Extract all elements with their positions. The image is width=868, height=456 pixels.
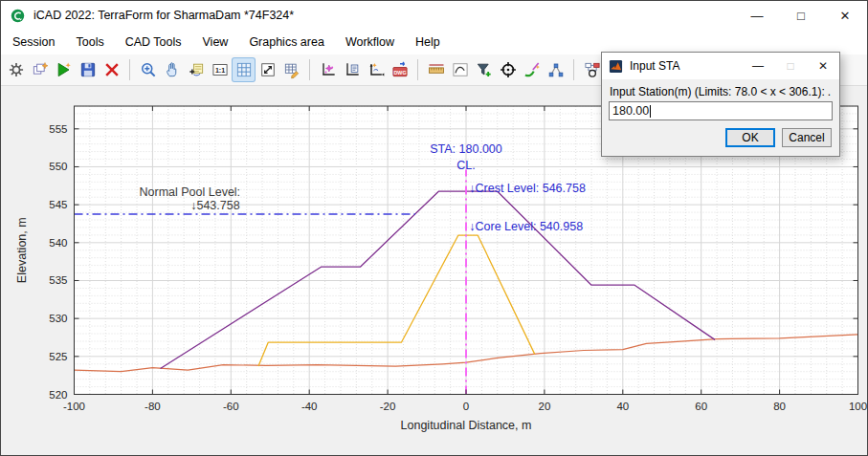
add-annotation-icon [187,60,206,79]
x-tick-label: -80 [145,401,161,412]
toolbar-separator [129,59,130,80]
menu-item-help[interactable]: Help [405,32,451,53]
y-tick-label: 520 [49,389,67,401]
zoom-in-icon [139,60,158,79]
window-title: iCAD 2022: TerraForm for SharmaDam *74F3… [33,9,294,22]
target-point-icon [499,60,518,79]
station-input-label-suffix: . [828,85,831,98]
toolbar-zoom-in-button[interactable] [137,58,159,81]
y-tick-label: 550 [49,161,67,172]
toolbar-pan-hand-button[interactable] [161,58,183,81]
toolbar-run-session-button[interactable] [53,58,75,81]
dialog-title: Input STA [630,59,679,73]
toolbar-actual-size-button[interactable]: 1:1 [209,58,231,81]
chart-annotation: Normal Pool Level: [139,185,240,199]
toolbar-copy-objects-button[interactable] [29,58,51,81]
x-tick-label: 20 [539,401,551,412]
grid-toggle-icon [234,60,254,79]
y-tick-label: 525 [49,351,67,362]
chart-annotation: ↓Crest Level: 546.758 [469,182,586,195]
menu-item-workflow[interactable]: Workflow [335,32,405,53]
toolbar-axes-settings-button[interactable] [365,58,387,81]
svg-text:1:1: 1:1 [214,67,224,75]
toolbar-plot-wizard-button[interactable] [317,58,339,81]
toolbar-grid-toggle-button[interactable] [233,58,255,81]
polyline-nodes-icon [546,60,566,79]
station-input[interactable]: 180.00 [609,101,833,120]
y-tick-label: 535 [49,274,67,286]
toolbar-plot-document-button[interactable] [341,58,363,81]
toolbar-workflow-diagram-button[interactable] [581,58,603,81]
x-tick-label: 100 [849,401,867,412]
y-tick-label: 540 [49,237,67,249]
menu-item-tools[interactable]: Tools [65,32,114,53]
plot-wizard-icon [319,60,338,79]
fit-to-window-icon [258,60,278,79]
text-caret [650,105,651,118]
menu-item-session[interactable]: Session [2,32,65,53]
close-button[interactable]: ✕ [823,1,867,30]
dialog-minimize-button[interactable]: — [742,53,774,79]
add-filter-icon [475,60,494,79]
minimize-button[interactable]: — [735,1,779,30]
run-session-icon [55,60,74,79]
dialog-title-bar[interactable]: Input STA — □ ✕ [602,53,839,79]
chart-annotation: ↓Core Level: 540.958 [469,220,583,233]
matlab-icon [609,59,623,74]
x-tick-label: -100 [63,401,85,412]
toolbar-separator [573,59,574,80]
ok-button[interactable]: OK [725,128,775,147]
chart-annotation: STA: 180.000 [430,142,502,156]
dialog-buttons: OK Cancel [725,128,832,147]
settings-gear-icon [7,60,26,79]
curve-window-icon [451,60,470,79]
title-bar: iCAD 2022: TerraForm for SharmaDam *74F3… [1,1,867,30]
toolbar-target-point-button[interactable] [497,58,519,81]
toolbar-separator [309,59,310,80]
menu-item-cad-tools[interactable]: CAD Tools [115,32,192,53]
toolbar-save-session-button[interactable] [77,58,99,81]
axes-settings-icon [367,60,386,79]
y-tick-label: 530 [49,313,67,324]
magic-wand-icon [523,60,542,79]
edit-table-icon [282,60,301,79]
copy-objects-icon [31,60,50,79]
dialog-maximize-button: □ [774,53,807,79]
chart-annotation: ↓543.758 [190,199,239,212]
dialog-close-button[interactable]: ✕ [807,53,839,79]
menu-item-view[interactable]: View [192,32,239,53]
app-logo-icon [10,8,26,24]
toolbar-edit-table-button[interactable] [280,58,302,81]
toolbar-curve-window-button[interactable] [449,58,471,81]
x-tick-label: -60 [223,401,239,412]
y-tick-label: 545 [49,199,67,210]
y-tick-label: 555 [49,123,67,135]
chart-annotation: CL. [456,159,475,172]
save-session-icon [78,60,98,79]
toolbar-add-annotation-button[interactable] [185,58,207,81]
toolbar-settings-gear-button[interactable] [5,58,27,81]
toolbar-polyline-nodes-button[interactable] [545,58,567,81]
actual-size-icon: 1:1 [211,60,230,79]
export-dwg-icon: DWG [390,60,410,79]
toolbar-export-dwg-button[interactable]: DWG [389,58,411,81]
x-tick-label: 0 [463,401,469,412]
station-input-value: 180.00 [612,104,649,118]
menu-item-graphics-area[interactable]: Graphics area [238,32,335,53]
app-window: iCAD 2022: TerraForm for SharmaDam *74F3… [0,0,868,456]
maximize-button[interactable]: □ [779,1,823,30]
toolbar-delete-object-button[interactable] [100,58,122,81]
toolbar-separator [417,59,418,80]
toolbar-add-filter-button[interactable] [473,58,495,81]
dialog-controls: — □ ✕ [742,53,839,79]
toolbar-fit-to-window-button[interactable] [256,58,278,81]
input-sta-dialog: Input STA — □ ✕ Input Station(m) (Limits… [601,52,840,157]
cancel-button[interactable]: Cancel [782,128,832,147]
plot-document-icon [343,60,362,79]
toolbar-measure-ruler-button[interactable] [425,58,447,81]
toolbar-magic-wand-button[interactable] [521,58,543,81]
svg-text:DWG: DWG [393,70,406,76]
window-controls: — □ ✕ [735,1,867,30]
x-tick-label: -40 [301,401,318,412]
y-axis-label: Elevation, m [15,217,29,283]
